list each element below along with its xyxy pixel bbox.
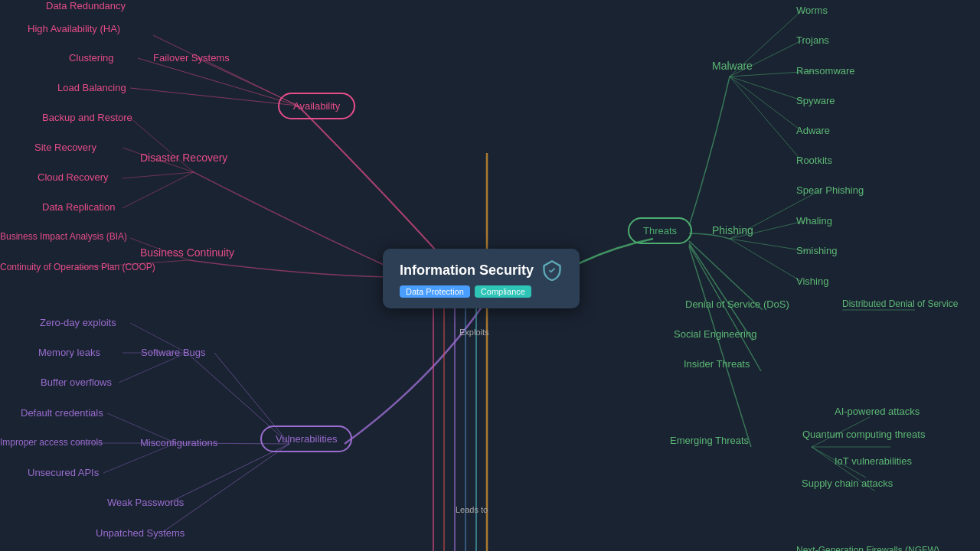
node-emerging-threats: Emerging Threats	[670, 435, 749, 446]
node-insider-threats: Insider Threats	[684, 358, 750, 370]
vulnerabilities-label: Vulnerabilities	[276, 433, 337, 445]
node-improper-access: Improper access controls	[0, 437, 103, 448]
svg-line-22	[689, 243, 753, 341]
svg-line-13	[168, 444, 289, 503]
node-misconfigurations: Misconfigurations	[140, 437, 217, 448]
node-unpatched: Unpatched Systems	[96, 527, 185, 539]
node-trojans: Trojans	[796, 34, 829, 46]
node-dos: Denial of Service (DoS)	[685, 298, 789, 310]
node-buffer-overflows: Buffer overflows	[41, 377, 112, 388]
node-ha: High Availability (HA)	[28, 23, 120, 34]
leads-to-label: Leads to	[456, 505, 488, 514]
node-malware: Malware	[712, 60, 753, 72]
svg-line-7	[122, 172, 194, 208]
node-unsecured-apis: Unsecured APIs	[28, 467, 99, 478]
svg-line-24	[689, 246, 751, 447]
vulnerabilities-node[interactable]: Vulnerabilities	[260, 425, 352, 452]
node-adware: Adware	[796, 125, 830, 136]
node-data-redundancy: Data Redundancy	[46, 0, 126, 11]
node-ddos: Distributed Denial of Service	[842, 298, 958, 309]
node-ngfw: Next-Generation Firewalls (NGFW)	[796, 545, 939, 551]
svg-line-2	[138, 58, 298, 106]
node-site-recovery: Site Recovery	[34, 142, 96, 153]
svg-line-6	[122, 172, 194, 178]
mindmap-canvas: Information Security Data Protection Com…	[0, 0, 980, 551]
node-whaling: Whaling	[796, 215, 832, 227]
node-software-bugs: Software Bugs	[141, 347, 206, 358]
svg-line-3	[130, 88, 298, 106]
availability-node[interactable]: Availability	[278, 93, 355, 119]
node-worms: Worms	[796, 5, 828, 16]
node-failover: Failover Systems	[153, 52, 230, 64]
threats-node[interactable]: Threats	[628, 217, 692, 244]
svg-line-33	[730, 239, 806, 251]
center-node[interactable]: Information Security Data Protection Com…	[383, 249, 580, 308]
node-coop: Continuity of Operations Plan (COOP)	[0, 262, 155, 272]
node-bia: Business Impact Analysis (BIA)	[0, 231, 127, 242]
node-cloud-recovery: Cloud Recovery	[38, 171, 109, 183]
svg-line-30	[730, 77, 802, 161]
node-weak-passwords: Weak Passwords	[107, 497, 184, 508]
node-zero-day: Zero-day exploits	[40, 317, 116, 328]
node-vishing: Vishing	[796, 276, 828, 287]
svg-line-28	[730, 77, 804, 101]
node-load-balancing: Load Balancing	[57, 82, 126, 93]
tag-data-protection: Data Protection	[400, 285, 470, 298]
node-phishing: Phishing	[712, 224, 753, 236]
node-disaster-recovery: Disaster Recovery	[140, 152, 227, 164]
center-title: Information Security	[400, 262, 534, 279]
node-spear-phishing: Spear Phishing	[796, 184, 864, 196]
threats-label: Threats	[643, 225, 677, 236]
svg-line-34	[730, 239, 802, 282]
node-iot: IoT vulnerabilities	[835, 455, 912, 467]
node-business-continuity: Business Continuity	[140, 246, 234, 259]
node-ai-attacks: AI-powered attacks	[835, 406, 920, 417]
node-clustering: Clustering	[69, 52, 114, 64]
node-rootkits: Rootkits	[796, 155, 832, 166]
svg-line-1	[153, 35, 298, 106]
node-spyware: Spyware	[796, 95, 835, 106]
node-default-creds: Default credentials	[21, 407, 103, 419]
svg-line-4	[130, 118, 194, 172]
node-social-eng: Social Engineering	[674, 328, 756, 340]
tag-compliance: Compliance	[475, 285, 531, 298]
svg-line-14	[161, 444, 289, 533]
shield-icon	[541, 259, 563, 281]
exploits-label: Exploits	[459, 328, 489, 337]
node-data-replication: Data Replication	[42, 201, 115, 213]
node-memory-leaks: Memory leaks	[38, 347, 100, 358]
node-backup: Backup and Restore	[42, 112, 132, 123]
svg-line-29	[730, 77, 802, 131]
node-ransomware: Ransomware	[796, 65, 855, 77]
node-quantum: Quantum computing threats	[802, 429, 925, 440]
availability-label: Availability	[293, 100, 340, 112]
node-smishing: Smishing	[796, 245, 837, 256]
node-supply-chain: Supply chain attacks	[802, 478, 893, 489]
